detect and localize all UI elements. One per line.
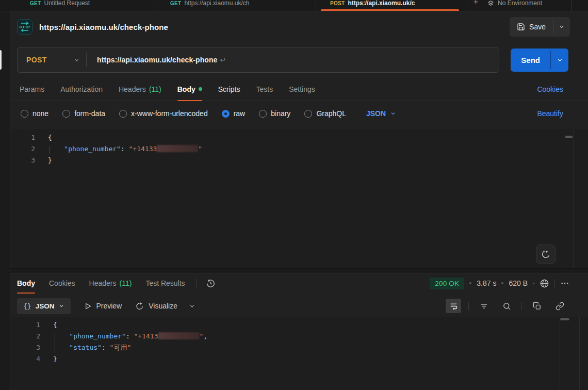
sidebar-collapse-handle[interactable] xyxy=(0,50,2,70)
code-content: "phone_number": "+1413", xyxy=(40,331,207,342)
editor-gutter-line xyxy=(573,129,574,268)
save-button[interactable]: Save xyxy=(510,17,553,37)
tab-params[interactable]: Params xyxy=(20,77,44,101)
beautify-link[interactable]: Beautify xyxy=(537,109,563,118)
request-tab-2[interactable]: GET https://api.xiaomu.uk/ch xyxy=(170,0,250,10)
body-type-raw[interactable]: raw xyxy=(222,109,246,118)
environment-selector[interactable]: No Environment xyxy=(487,0,542,10)
preview-label: Preview xyxy=(96,302,122,310)
tab-label: Cookies xyxy=(49,279,75,287)
request-tab-1[interactable]: GET Untitled Request xyxy=(30,0,90,10)
token-str: "可用" xyxy=(110,344,132,351)
link-icon[interactable] xyxy=(552,299,567,313)
save-options-button[interactable] xyxy=(553,17,570,37)
dot-separator xyxy=(533,283,534,284)
input-divider xyxy=(86,53,87,67)
save-button-label: Save xyxy=(529,23,546,31)
request-tab-label: https://api.xiaomu.uk/ch xyxy=(184,0,249,7)
token-str: " xyxy=(198,145,202,153)
request-body-editor[interactable]: 1{2 "phone_number": "+14133"3} xyxy=(10,129,588,268)
new-tab-button[interactable]: + xyxy=(473,0,478,6)
tab-authorization[interactable]: Authorization xyxy=(60,77,103,101)
redacted-value xyxy=(158,332,200,339)
request-tab-3-active[interactable]: POST https://api.xiaomu.uk/c xyxy=(330,0,415,10)
raw-language-dropdown[interactable]: JSON xyxy=(366,109,396,118)
url-bar-row: POST https://api.xiaomu.uk/check-phone↵ … xyxy=(10,46,588,74)
tab-label: Headers xyxy=(89,279,117,287)
radio-label: GraphQL xyxy=(316,109,346,118)
token-punct: { xyxy=(53,321,57,329)
token-punct xyxy=(53,332,69,340)
postbot-sparkle-icon xyxy=(541,249,551,259)
radio-label: binary xyxy=(271,109,290,118)
response-body-viewer[interactable]: 1{2 "phone_number": "+1413",3 "status": … xyxy=(10,317,588,390)
return-key-hint: ↵ xyxy=(220,56,226,64)
preview-button[interactable]: Preview xyxy=(84,302,122,310)
tab-body[interactable]: Body xyxy=(177,77,202,101)
response-time[interactable]: 3.87 s xyxy=(477,279,496,287)
radio-icon xyxy=(119,110,127,118)
tab-label: Headers xyxy=(119,85,146,93)
svg-text:HTTP: HTTP xyxy=(20,25,31,29)
more-options-icon[interactable] xyxy=(560,279,569,288)
copy-icon[interactable] xyxy=(529,299,545,313)
scrollbar-thumb[interactable] xyxy=(560,318,569,320)
body-type-none[interactable]: none xyxy=(21,109,48,118)
pane-splitter[interactable] xyxy=(10,268,588,273)
wrap-text-button[interactable] xyxy=(446,299,461,313)
body-type-binary[interactable]: binary xyxy=(259,109,290,118)
tab-headers[interactable]: Headers(11) xyxy=(119,77,161,101)
environment-label: No Environment xyxy=(498,0,542,7)
tab-separator xyxy=(155,0,155,11)
editor-gutter-line xyxy=(579,317,580,390)
body-type-x-www-form-urlencoded[interactable]: x-www-form-urlencoded xyxy=(119,109,208,118)
token-punct: } xyxy=(48,156,52,164)
tab-tests[interactable]: Tests xyxy=(256,77,273,101)
tab-separator xyxy=(571,0,572,11)
code-content: "phone_number": "+14133" xyxy=(35,143,202,155)
visualize-button[interactable]: Visualize xyxy=(135,301,177,311)
status-badge[interactable]: 200 OK xyxy=(430,278,464,289)
tab-settings[interactable]: Settings xyxy=(289,77,315,101)
scrollbar-thumb[interactable] xyxy=(565,136,573,138)
app-window: GET Untitled Request GET https://api.xia… xyxy=(0,0,588,390)
token-punct xyxy=(48,145,64,153)
tab-label: Scripts xyxy=(218,85,240,93)
tab-label: Settings xyxy=(289,85,315,93)
postbot-button[interactable] xyxy=(536,245,556,264)
visualize-label: Visualize xyxy=(149,302,177,310)
method-dropdown[interactable]: POST xyxy=(18,56,86,64)
response-tab-headers[interactable]: Headers(11) xyxy=(89,273,132,293)
search-icon[interactable] xyxy=(499,299,514,313)
response-meta: 200 OK 3.87 s 620 B xyxy=(430,278,588,289)
count-badge: (11) xyxy=(120,279,132,287)
radio-label: none xyxy=(32,109,48,118)
response-tab-test-results[interactable]: Test Results xyxy=(145,273,185,293)
tab-scripts[interactable]: Scripts xyxy=(218,77,240,101)
response-tab-body[interactable]: Body xyxy=(17,273,35,293)
tab-label: Authorization xyxy=(60,85,103,93)
divider xyxy=(521,302,522,310)
request-tab-label: Untitled Request xyxy=(44,0,90,7)
response-tab-cookies[interactable]: Cookies xyxy=(49,273,75,293)
network-globe-icon[interactable] xyxy=(540,279,549,288)
response-history-button[interactable] xyxy=(206,279,216,288)
send-button[interactable]: Send xyxy=(511,48,550,72)
code-content: { xyxy=(40,319,57,331)
body-type-form-data[interactable]: form-data xyxy=(62,109,105,118)
chevron-down-icon xyxy=(73,57,80,63)
cookies-link[interactable]: Cookies xyxy=(537,85,563,93)
response-toolbar: {} JSON Preview Visualize xyxy=(10,296,588,316)
radio-label: raw xyxy=(234,109,246,118)
left-sidebar-rail[interactable] xyxy=(0,11,10,390)
tab-label: Body xyxy=(17,279,35,287)
filter-icon[interactable] xyxy=(476,299,492,313)
chevron-down-icon xyxy=(58,303,64,309)
radio-label: form-data xyxy=(74,109,105,118)
body-type-graphql[interactable]: GraphQL xyxy=(304,109,346,118)
response-size[interactable]: 620 B xyxy=(509,279,528,287)
response-format-dropdown[interactable]: {} JSON xyxy=(17,298,71,314)
url-input[interactable]: https://api.xiaomu.uk/check-phone↵ xyxy=(97,56,226,64)
send-options-button[interactable] xyxy=(551,48,568,72)
chevron-down-icon[interactable] xyxy=(189,303,195,310)
